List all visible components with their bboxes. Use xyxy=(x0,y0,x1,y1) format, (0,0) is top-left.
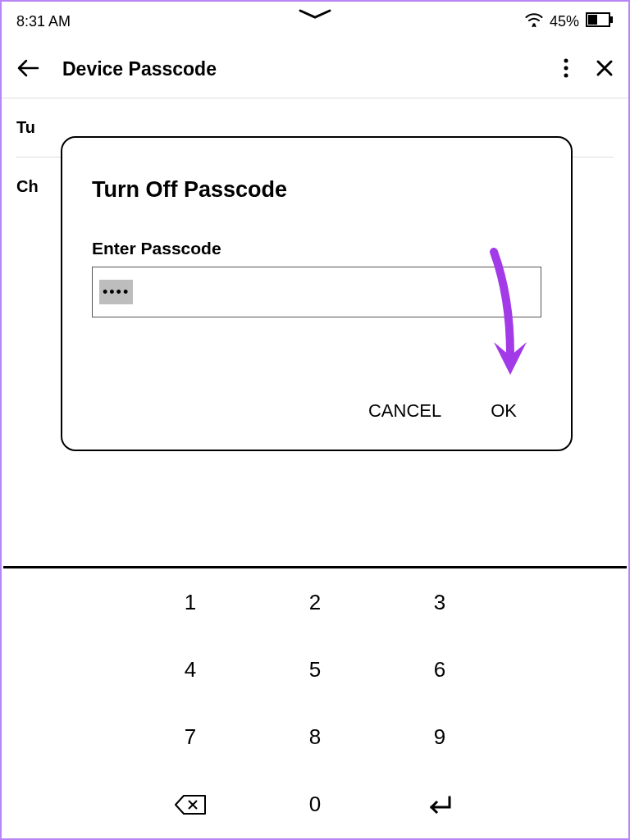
key-empty xyxy=(3,704,128,771)
ok-button[interactable]: OK xyxy=(491,400,517,422)
key-enter[interactable] xyxy=(377,771,502,838)
more-menu-icon[interactable] xyxy=(563,57,569,82)
key-empty xyxy=(502,568,627,636)
svg-rect-2 xyxy=(610,16,613,23)
key-4[interactable]: 4 xyxy=(128,636,253,703)
battery-icon xyxy=(586,12,614,30)
dialog-title: Turn Off Passcode xyxy=(92,177,541,203)
svg-point-0 xyxy=(532,23,536,26)
key-5[interactable]: 5 xyxy=(253,636,377,703)
key-empty xyxy=(502,704,627,771)
key-7[interactable]: 7 xyxy=(128,704,253,771)
key-9[interactable]: 9 xyxy=(377,704,502,771)
key-empty xyxy=(3,636,128,703)
key-3[interactable]: 3 xyxy=(377,568,502,636)
svg-point-6 xyxy=(564,73,568,77)
svg-point-4 xyxy=(564,58,568,62)
key-empty xyxy=(3,568,128,636)
svg-rect-3 xyxy=(588,15,597,25)
key-2[interactable]: 2 xyxy=(253,568,377,636)
cancel-button[interactable]: CANCEL xyxy=(368,400,441,422)
header-bar: Device Passcode xyxy=(2,41,628,98)
page-title: Device Passcode xyxy=(62,58,563,80)
passcode-value: •••• xyxy=(99,280,133,304)
key-0[interactable]: 0 xyxy=(253,771,377,838)
numeric-keypad: 1 2 3 4 5 6 7 8 9 0 xyxy=(3,566,627,838)
key-empty xyxy=(3,771,128,838)
close-icon[interactable] xyxy=(596,59,614,80)
passcode-input[interactable]: •••• xyxy=(92,267,541,317)
passcode-label: Enter Passcode xyxy=(92,239,541,258)
pull-handle-icon[interactable] xyxy=(295,8,335,25)
status-bar: 8:31 AM 45% xyxy=(2,2,628,41)
status-time: 8:31 AM xyxy=(16,13,71,30)
key-6[interactable]: 6 xyxy=(377,636,502,703)
battery-percentage: 45% xyxy=(550,13,579,30)
key-empty xyxy=(502,636,627,703)
key-8[interactable]: 8 xyxy=(253,704,377,771)
key-empty xyxy=(502,771,627,838)
key-backspace[interactable] xyxy=(128,771,253,838)
turn-off-passcode-dialog: Turn Off Passcode Enter Passcode •••• CA… xyxy=(61,136,573,451)
svg-point-5 xyxy=(564,66,568,70)
back-arrow-icon[interactable] xyxy=(16,58,39,81)
key-1[interactable]: 1 xyxy=(128,568,253,636)
wifi-icon xyxy=(525,12,543,30)
